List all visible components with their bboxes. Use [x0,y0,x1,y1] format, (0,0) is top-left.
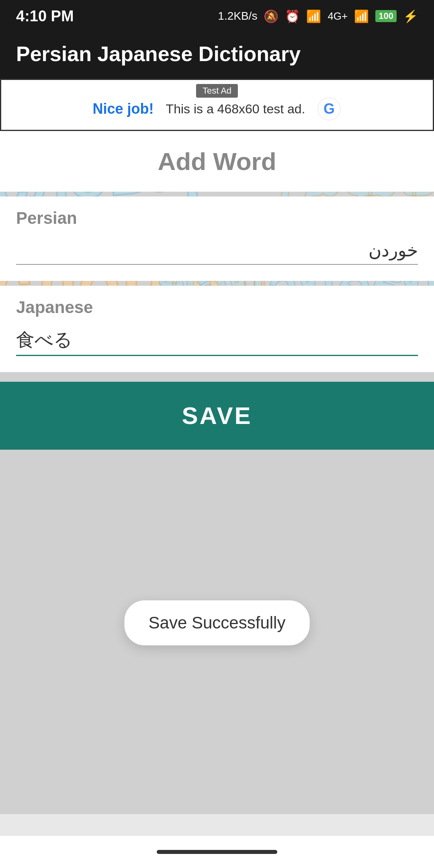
persian-label: Persian [16,209,418,228]
app-title: Persian Japanese Dictionary [16,42,418,66]
alarm-icon: ⏰ [285,9,300,23]
toast-message: Save Successfully [125,600,310,645]
add-word-title: Add Word [16,147,418,176]
japanese-field-card: Japanese [0,286,434,372]
network-type: 4G+ [328,10,348,23]
persian-input[interactable] [16,236,418,265]
mute-icon: 🔕 [264,9,278,23]
status-bar: 4:10 PM 1.2KB/s 🔕 ⏰ 📶 4G+ 📶 100 ⚡ [0,0,434,32]
ad-label: Test Ad [196,84,238,98]
form-container: Add Word Persian Japanese SAVE [0,131,434,454]
ad-nice-job: Nice job! [93,100,154,117]
add-word-card: Add Word [0,131,434,192]
persian-field-card: Persian [0,197,434,281]
status-time: 4:10 PM [16,8,74,25]
ad-content: Nice job! This is a 468x60 test ad. G [93,97,342,121]
ad-banner[interactable]: Test Ad Nice job! This is a 468x60 test … [0,79,434,131]
main-content: словарь فاموس словарь พจนานุกรม словарь … [0,131,434,814]
ad-google-logo: G [317,97,341,121]
speed-indicator: 1.2KB/s [218,10,257,23]
charging-icon: ⚡ [403,9,418,23]
japanese-input[interactable] [16,325,418,356]
svg-text:G: G [323,100,335,117]
signal-icon-2: 📶 [354,9,369,23]
ad-text: This is a 468x60 test ad. [166,102,305,117]
status-icons: 1.2KB/s 🔕 ⏰ 📶 4G+ 📶 100 ⚡ [218,9,418,23]
battery-icon: 100 [375,10,397,22]
home-indicator[interactable] [157,850,277,854]
bottom-bar [0,836,434,868]
toast-overlay: Save Successfully [125,600,310,645]
signal-icon: 📶 [306,9,321,23]
save-button[interactable]: SAVE [0,382,434,450]
app-header: Persian Japanese Dictionary [0,32,434,79]
japanese-label: Japanese [16,298,418,317]
